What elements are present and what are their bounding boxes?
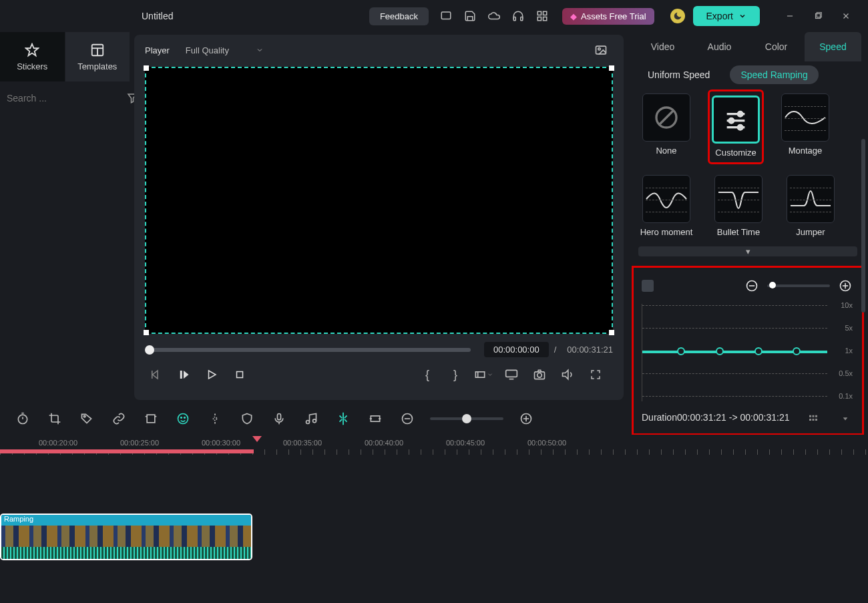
properties-panel: Video Audio Color Speed Uniform Speed Sp… (628, 32, 868, 403)
headphones-icon[interactable] (507, 5, 529, 27)
library-sidebar: Stickers Templates (0, 32, 130, 403)
quality-dropdown[interactable]: Full Quality (186, 45, 264, 55)
tab-audio[interactable]: Audio (691, 32, 748, 61)
search-input[interactable] (4, 89, 126, 108)
svg-line-67 (340, 419, 343, 422)
ramp-panel: 10x 5x 1x 0.5x 0.1x Duration00:00:31:21 … (632, 266, 864, 435)
preset-jumper-label: Jumper (796, 227, 825, 238)
face-icon[interactable] (171, 407, 195, 431)
tab-video[interactable]: Video (634, 32, 691, 61)
freeze-icon[interactable] (663, 277, 680, 294)
tl-zoom-in-icon[interactable] (514, 407, 538, 431)
link-icon[interactable] (107, 407, 131, 431)
templates-tab[interactable]: Templates (65, 32, 131, 81)
preset-customize[interactable]: Customize (708, 89, 764, 164)
zoom-in-icon[interactable] (837, 277, 854, 294)
maximize-button[interactable] (804, 5, 832, 27)
preset-bullet[interactable]: Bullet Time (710, 175, 767, 238)
preset-customize-label: Customize (715, 148, 756, 158)
svg-line-69 (345, 419, 347, 422)
mic-icon[interactable] (267, 407, 291, 431)
stop-button[interactable] (229, 364, 250, 385)
viewer[interactable] (145, 67, 613, 334)
svg-rect-5 (537, 17, 541, 21)
zoom-out-icon[interactable] (743, 277, 761, 294)
display-icon[interactable] (501, 364, 522, 385)
feedback-button[interactable]: Feedback (369, 7, 429, 25)
assets-trial-button[interactable]: ◆ Assets Free Trial (562, 8, 654, 25)
save-icon[interactable] (459, 5, 481, 27)
project-title: Untitled (142, 11, 173, 21)
svg-rect-6 (544, 17, 547, 21)
snapshot-icon[interactable] (529, 364, 550, 385)
timeline-clip[interactable]: Ramping (0, 514, 252, 560)
svg-rect-24 (180, 371, 182, 379)
right-panel-scrollbar[interactable] (861, 139, 865, 313)
timer-icon[interactable] (11, 407, 35, 431)
export-button[interactable]: Export (693, 6, 760, 26)
svg-marker-22 (153, 371, 158, 379)
subtab-ramping[interactable]: Speed Ramping (730, 65, 818, 84)
split-icon[interactable] (331, 407, 355, 431)
sparkle-icon[interactable] (203, 407, 227, 431)
diamond-icon: ◆ (570, 11, 577, 21)
svg-rect-27 (237, 372, 243, 378)
svg-point-56 (181, 417, 182, 419)
svg-rect-1 (513, 17, 515, 21)
cloud-icon[interactable] (483, 5, 505, 27)
mark-out-icon[interactable]: } (445, 364, 466, 385)
ratio-icon[interactable] (473, 364, 494, 385)
svg-rect-61 (278, 414, 281, 420)
fit-width-icon[interactable] (363, 407, 387, 431)
expand-presets[interactable]: ▾ (638, 246, 857, 256)
close-button[interactable] (832, 5, 860, 27)
prev-frame-button[interactable] (145, 364, 166, 385)
svg-rect-9 (817, 13, 821, 17)
preset-montage[interactable]: Montage (777, 93, 833, 160)
svg-point-57 (184, 417, 186, 419)
tab-color[interactable]: Color (748, 32, 805, 61)
ramp-zoom-slider[interactable] (767, 284, 830, 287)
svg-point-48 (18, 415, 27, 423)
apps-icon[interactable] (531, 5, 553, 27)
clip-title: Ramping (1, 515, 251, 526)
ramp-y-scale: 10x 5x 1x 0.5x 0.1x (830, 304, 854, 401)
fullscreen-icon[interactable] (585, 364, 606, 385)
frame-icon[interactable] (139, 407, 163, 431)
preset-jumper[interactable]: Jumper (783, 175, 839, 238)
player: Player Full Quality 00:00:00:00 / 00:00:… (134, 35, 624, 400)
svg-point-51 (83, 415, 85, 417)
play-button[interactable] (201, 364, 222, 385)
theme-icon[interactable] (670, 9, 685, 23)
subtab-uniform[interactable]: Uniform Speed (637, 65, 720, 84)
shield-icon[interactable] (235, 407, 259, 431)
play-pause-button[interactable] (173, 364, 194, 385)
minimize-button[interactable] (776, 5, 804, 27)
crop-icon[interactable] (43, 407, 67, 431)
preset-montage-label: Montage (789, 146, 823, 156)
tl-zoom-slider[interactable] (430, 417, 503, 420)
player-label: Player (145, 45, 170, 55)
timeline-ruler[interactable]: 00:00:20:00 00:00:25:00 00:00:30:00 00:0… (0, 435, 868, 455)
layout-icon[interactable] (435, 5, 457, 27)
keyframe-toggle-icon[interactable] (642, 280, 654, 292)
music-icon[interactable] (299, 407, 323, 431)
stickers-tab[interactable]: Stickers (0, 32, 65, 81)
timeline[interactable]: 00:00:20:00 00:00:25:00 00:00:30:00 00:0… (0, 435, 868, 602)
templates-label: Templates (77, 61, 117, 71)
svg-point-64 (313, 419, 316, 423)
svg-line-68 (345, 415, 347, 418)
volume-icon[interactable] (557, 364, 578, 385)
playhead[interactable] (252, 436, 262, 442)
seekbar[interactable] (145, 348, 471, 352)
tag-icon[interactable] (75, 407, 99, 431)
picture-icon[interactable] (590, 39, 612, 61)
svg-point-63 (306, 421, 310, 424)
preset-hero-label: Hero moment (640, 227, 693, 238)
preset-hero[interactable]: Hero moment (638, 175, 694, 238)
mark-in-icon[interactable]: { (417, 364, 438, 385)
tab-speed[interactable]: Speed (805, 32, 861, 61)
ramp-graph[interactable] (642, 304, 827, 401)
preset-none[interactable]: None (638, 93, 694, 160)
tl-zoom-out-icon[interactable] (395, 407, 419, 431)
